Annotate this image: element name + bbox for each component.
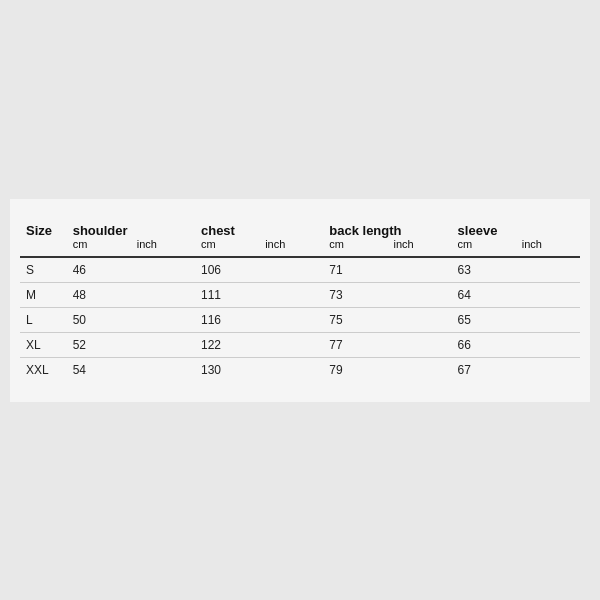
shoulder-inch-cell — [131, 332, 195, 357]
table-row: XXL541307967 — [20, 357, 580, 382]
shoulder-inch-cell — [131, 357, 195, 382]
chest-header: chest — [195, 219, 323, 238]
back-cm-cell: 77 — [323, 332, 387, 357]
sleeve-header: sleeve — [452, 219, 580, 238]
back-cm-cell: 79 — [323, 357, 387, 382]
chest-inch-cell — [259, 357, 323, 382]
chest-inch-cell — [259, 257, 323, 283]
size-chart-container: Size shoulder chest back length sleeve c… — [10, 199, 590, 402]
shoulder-inch-cell — [131, 307, 195, 332]
sleeve-inch-header: inch — [516, 238, 580, 257]
sleeve-inch-cell — [516, 282, 580, 307]
sleeve-cm-header: cm — [452, 238, 516, 257]
chest-inch-cell — [259, 307, 323, 332]
table-row: XL521227766 — [20, 332, 580, 357]
sleeve-inch-cell — [516, 257, 580, 283]
sleeve-inch-cell — [516, 357, 580, 382]
shoulder-inch-header: inch — [131, 238, 195, 257]
sleeve-cm-cell: 67 — [452, 357, 516, 382]
shoulder-cm-cell: 46 — [67, 257, 131, 283]
shoulder-cm-cell: 48 — [67, 282, 131, 307]
chest-cm-header: cm — [195, 238, 259, 257]
size-cell: S — [20, 257, 67, 283]
back-inch-cell — [387, 332, 451, 357]
size-cell: M — [20, 282, 67, 307]
size-cell: XXL — [20, 357, 67, 382]
size-data-body: S461067163M481117364L501167565XL52122776… — [20, 257, 580, 382]
chest-cm-cell: 130 — [195, 357, 259, 382]
size-cell: L — [20, 307, 67, 332]
shoulder-header: shoulder — [67, 219, 195, 238]
chest-cm-cell: 116 — [195, 307, 259, 332]
back-cm-cell: 73 — [323, 282, 387, 307]
sleeve-cm-cell: 63 — [452, 257, 516, 283]
unit-header-row: cm inch cm inch cm inch cm inch — [20, 238, 580, 257]
chest-inch-cell — [259, 332, 323, 357]
table-row: M481117364 — [20, 282, 580, 307]
size-header: Size — [20, 219, 67, 238]
sleeve-cm-cell: 65 — [452, 307, 516, 332]
shoulder-cm-header: cm — [67, 238, 131, 257]
sleeve-cm-cell: 64 — [452, 282, 516, 307]
chest-cm-cell: 122 — [195, 332, 259, 357]
sleeve-cm-cell: 66 — [452, 332, 516, 357]
chest-cm-cell: 106 — [195, 257, 259, 283]
size-chart-table: Size shoulder chest back length sleeve c… — [20, 219, 580, 382]
shoulder-cm-cell: 52 — [67, 332, 131, 357]
back-cm-cell: 71 — [323, 257, 387, 283]
back-cm-header: cm — [323, 238, 387, 257]
sleeve-inch-cell — [516, 307, 580, 332]
chest-inch-cell — [259, 282, 323, 307]
chest-inch-header: inch — [259, 238, 323, 257]
shoulder-inch-cell — [131, 282, 195, 307]
shoulder-cm-cell: 54 — [67, 357, 131, 382]
column-group-header-row: Size shoulder chest back length sleeve — [20, 219, 580, 238]
back-cm-cell: 75 — [323, 307, 387, 332]
shoulder-inch-cell — [131, 257, 195, 283]
chest-cm-cell: 111 — [195, 282, 259, 307]
shoulder-cm-cell: 50 — [67, 307, 131, 332]
back-inch-cell — [387, 357, 451, 382]
back-inch-header: inch — [387, 238, 451, 257]
back-inch-cell — [387, 307, 451, 332]
back-inch-cell — [387, 282, 451, 307]
sleeve-inch-cell — [516, 332, 580, 357]
size-cell: XL — [20, 332, 67, 357]
table-row: S461067163 — [20, 257, 580, 283]
back-length-header: back length — [323, 219, 451, 238]
back-inch-cell — [387, 257, 451, 283]
size-unit-empty — [20, 238, 67, 257]
table-row: L501167565 — [20, 307, 580, 332]
